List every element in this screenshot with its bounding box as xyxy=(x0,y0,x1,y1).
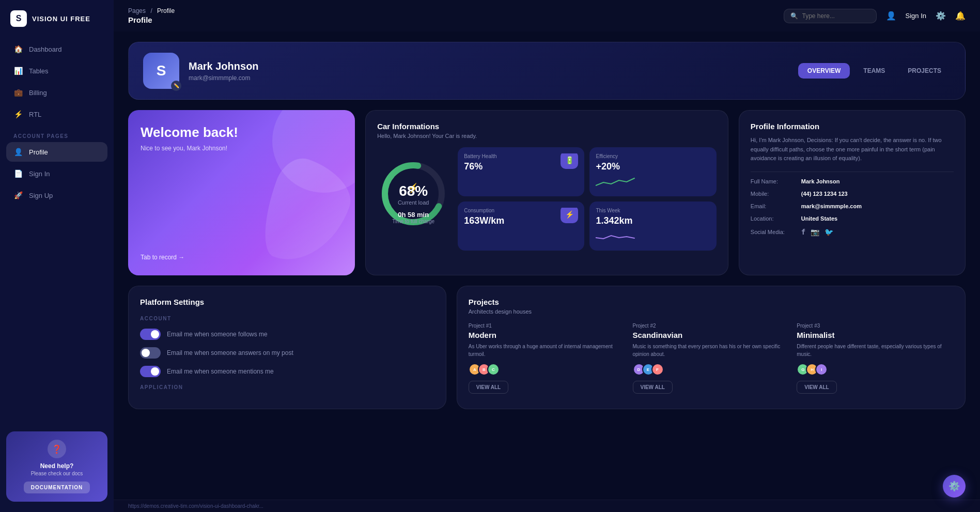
bottom-grid: Platform Settings ACCOUNT Email me when … xyxy=(128,286,966,409)
sidebar-item-label: Tables xyxy=(29,67,49,75)
toggle-mentions[interactable] xyxy=(140,366,161,377)
project-avatar: I xyxy=(815,363,828,376)
search-box[interactable]: 🔍 xyxy=(784,9,877,23)
avatar-edit-button[interactable]: ✏️ xyxy=(171,81,181,91)
mobile-val: (44) 123 1234 123 xyxy=(801,191,848,197)
stat-efficiency: Efficiency +20% xyxy=(589,147,716,196)
project-1-avatars: A B C xyxy=(469,363,626,376)
tab-teams[interactable]: TEAMS xyxy=(854,63,894,79)
avatar-container: S ✏️ xyxy=(143,53,179,89)
rtl-icon: ⚡ xyxy=(13,110,23,119)
dashboard-icon: 🏠 xyxy=(13,44,23,54)
stat-week-value: 1.342km xyxy=(596,215,710,226)
fullname-key: Full Name: xyxy=(751,178,797,184)
info-fullname-row: Full Name: Mark Johnson xyxy=(751,178,954,184)
profile-info-title: Profile Information xyxy=(751,122,954,131)
fab-button[interactable]: ⚙️ xyxy=(943,475,966,498)
info-email-row: Email: mark@simmmple.com xyxy=(751,203,954,209)
twitter-icon[interactable]: 🐦 xyxy=(825,228,833,236)
help-icon: ❓ xyxy=(48,440,66,458)
application-section-label: APPLICATION xyxy=(140,384,434,390)
toggle-follows[interactable] xyxy=(140,329,161,340)
profile-bio: Hi, I'm Mark Johnson, Decisions: If you … xyxy=(751,136,954,172)
sidebar-item-profile[interactable]: 👤 Profile xyxy=(6,142,107,162)
battery-icon: 🔋 xyxy=(561,153,578,169)
facebook-icon[interactable]: f xyxy=(801,228,805,236)
toggle-follows-row: Email me when someone follows me xyxy=(140,329,434,340)
tab-overview[interactable]: OVERVIEW xyxy=(798,63,850,79)
main-content: Pages / Profile Profile 🔍 👤 Sign In ⚙️ 🔔… xyxy=(114,0,980,512)
sidebar-item-billing[interactable]: 💼 Billing xyxy=(6,83,107,102)
toggle-answers-row: Email me when someone answers on my post xyxy=(140,347,434,359)
bell-icon[interactable]: 🔔 xyxy=(955,11,966,21)
sign-in-link[interactable]: Sign In xyxy=(906,12,926,20)
status-bar: https://demos.creative-tim.com/vision-ui… xyxy=(114,500,980,512)
toggle-answers[interactable] xyxy=(140,347,161,359)
social-key: Social Media: xyxy=(751,229,797,235)
sidebar-item-sign-up[interactable]: 🚀 Sign Up xyxy=(6,185,107,205)
documentation-button[interactable]: DOCUMENTATION xyxy=(24,482,90,493)
project-item-1: Project #1 Modern As Uber works through … xyxy=(469,323,626,394)
view-all-button-1[interactable]: VIEW ALL xyxy=(469,381,508,394)
help-subtitle: Please check our docs xyxy=(14,471,99,476)
sidebar-item-dashboard[interactable]: 🏠 Dashboard xyxy=(6,39,107,59)
projects-grid: Project #1 Modern As Uber works through … xyxy=(469,323,954,394)
toggle-answers-label: Email me when someone answers on my post xyxy=(167,349,293,356)
info-location-row: Location: United States xyxy=(751,215,954,222)
sidebar-item-tables[interactable]: 📊 Tables xyxy=(6,61,107,81)
profile-name: Mark Johnson xyxy=(189,60,259,72)
sidebar-item-label: Dashboard xyxy=(29,45,62,53)
gauge-time-label: Time to full charge xyxy=(392,219,434,224)
logo-box: S xyxy=(10,10,27,27)
user-icon[interactable]: 👤 xyxy=(886,11,896,21)
view-all-button-3[interactable]: VIEW ALL xyxy=(797,381,836,394)
instagram-icon[interactable]: 📷 xyxy=(811,228,819,236)
profile-header-card: S ✏️ Mark Johnson mark@simmmple.com OVER… xyxy=(128,42,966,100)
settings-title: Platform Settings xyxy=(140,298,434,306)
stat-efficiency-label: Efficiency xyxy=(596,153,710,159)
tab-record-link[interactable]: Tab to record → xyxy=(141,254,343,261)
app-name: VISION UI FREE xyxy=(32,15,90,23)
sidebar-item-sign-in[interactable]: 📄 Sign In xyxy=(6,164,107,183)
profile-info-card: Profile Information Hi, I'm Mark Johnson… xyxy=(739,110,966,275)
platform-settings-card: Platform Settings ACCOUNT Email me when … xyxy=(128,286,446,409)
project-1-desc: As Uber works through a huge amount of i… xyxy=(469,343,626,358)
projects-subtitle: Architects design houses xyxy=(469,308,954,315)
logo: S VISION UI FREE xyxy=(0,10,114,39)
project-item-2: Project #2 Scandinavian Music is somethi… xyxy=(633,323,790,394)
account-section-label2: ACCOUNT xyxy=(140,316,434,321)
sidebar-item-label: Billing xyxy=(29,89,47,97)
gauge-time: 0h 58 min xyxy=(392,211,434,219)
efficiency-sparkline xyxy=(596,176,710,190)
project-3-avatars: G H I xyxy=(797,363,954,376)
view-all-button-2[interactable]: VIEW ALL xyxy=(633,381,673,394)
email-val: mark@simmmple.com xyxy=(801,203,862,209)
sign-up-icon: 🚀 xyxy=(13,191,23,200)
welcome-title: Welcome back! xyxy=(141,125,343,141)
location-val: United States xyxy=(801,215,837,222)
sign-in-icon: 📄 xyxy=(13,169,23,178)
car-card-title: Car Informations xyxy=(377,122,717,131)
account-section-label: ACCOUNT PAGES xyxy=(6,126,107,142)
breadcrumb-parent: Pages xyxy=(128,7,146,14)
week-sparkline xyxy=(596,230,710,244)
sidebar-item-rtl[interactable]: ⚡ RTL xyxy=(6,104,107,124)
stat-efficiency-value: +20% xyxy=(596,161,710,172)
project-2-avatars: D E F xyxy=(633,363,790,376)
project-3-desc: Different people have different taste, e… xyxy=(797,343,954,358)
settings-account-section: ACCOUNT Email me when someone follows me… xyxy=(140,316,434,390)
settings-icon[interactable]: ⚙️ xyxy=(936,11,946,21)
billing-icon: 💼 xyxy=(13,88,23,97)
gauge-percent: 68% xyxy=(392,184,434,198)
mobile-key: Mobile: xyxy=(751,191,797,197)
car-info-card: Car Informations Hello, Mark Johnson! Yo… xyxy=(365,110,728,275)
car-content: ⚡ 68% Current load 0h 58 min Time to ful… xyxy=(377,147,717,251)
project-item-3: Project #3 Minimalist Different people h… xyxy=(797,323,954,394)
search-input[interactable] xyxy=(802,12,870,20)
stat-week-label: This Week xyxy=(596,208,710,213)
tab-projects[interactable]: PROJECTS xyxy=(898,63,951,79)
project-2-name: Scandinavian xyxy=(633,331,790,339)
tables-icon: 📊 xyxy=(13,66,23,75)
stat-this-week: This Week 1.342km xyxy=(589,201,716,251)
consumption-icon: ⚡ xyxy=(561,208,578,223)
